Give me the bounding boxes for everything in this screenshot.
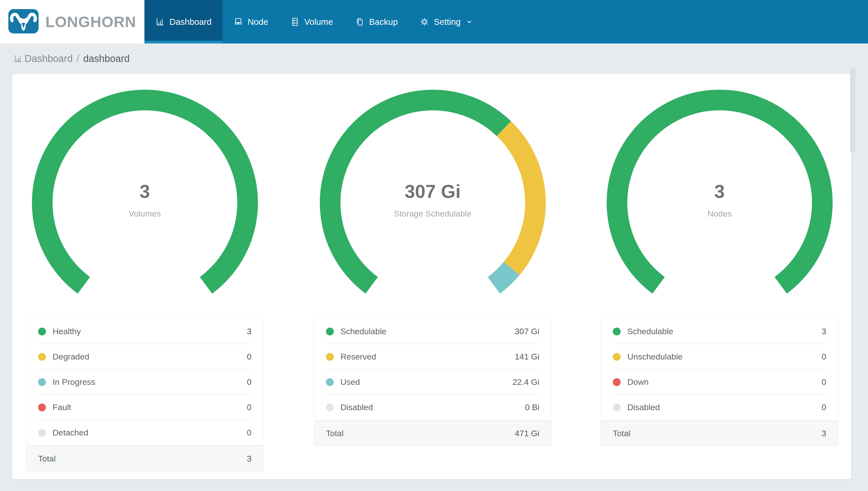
total-label: Total [326,429,344,438]
legend-label: Disabled [340,403,373,412]
legend-label: Disabled [627,403,660,412]
legend-dot [326,327,334,336]
gear-icon [420,17,429,27]
chevron-down-icon [466,18,473,26]
storage-gauge [320,90,546,316]
legend-value: 22.4 Gi [513,377,539,387]
nav-item-label: Node [248,17,268,27]
logo-text: LONGHORN [45,13,136,30]
storage-segment-used [494,269,512,285]
legend-dot [38,404,46,411]
nav-item-dashboard[interactable]: Dashboard [145,0,222,44]
storage-segment-schedulable [330,100,504,285]
nav-item-label: Dashboard [169,17,212,27]
legend-total-row: Total471 Gi [314,420,551,446]
legend-value: 0 [247,377,251,387]
bar-chart-icon [14,54,23,63]
legend-label: Healthy [53,326,81,336]
gauge-wrap: 3 Nodes [607,90,833,316]
legend-row-unschedulable: Unschedulable0 [601,344,838,369]
volumes-legend-table: Healthy3Degraded0In Progress0Fault0Detac… [26,318,264,471]
legend-label: Fault [53,403,71,412]
legend-total-row: Total3 [26,445,263,471]
legend-value: 0 [822,403,826,412]
legend-value: 0 [247,352,251,362]
legend-value: 307 Gi [515,326,539,336]
nav-menu: DashboardNodeVolumeBackupSetting [145,0,484,44]
nav-item-volume[interactable]: Volume [279,0,344,44]
legend-total-row: Total3 [601,420,838,446]
legend-label: Down [627,377,649,387]
laptop-icon [234,17,243,27]
nav-item-node[interactable]: Node [222,0,279,44]
legend-label: Used [340,377,360,387]
total-label: Total [38,454,56,463]
chart-column-nodes: 3 Nodes Schedulable3Unschedulable0Down0D… [601,74,838,446]
breadcrumb-current-page: dashboard [83,53,130,64]
legend-value: 0 Bi [525,403,539,412]
legend-dot [613,327,621,336]
legend-row-degraded: Degraded0 [26,344,263,369]
gauge-wrap: 3 Volumes [32,90,258,316]
legend-label: Schedulable [340,326,386,336]
legend-row-disabled: Disabled0 [601,395,838,420]
legend-row-schedulable: Schedulable3 [601,319,838,344]
chart-column-volumes: 3 Volumes Healthy3Degraded0In Progress0F… [26,74,264,471]
nav-item-backup[interactable]: Backup [344,0,409,44]
legend-label: In Progress [53,377,95,387]
nav-item-setting[interactable]: Setting [409,0,484,44]
legend-label: Schedulable [627,326,673,336]
legend-row-detached: Detached0 [26,420,263,445]
nodes-legend-table: Schedulable3Unschedulable0Down0Disabled0… [601,318,838,446]
legend-label: Detached [53,428,88,437]
breadcrumb-dashboard-link[interactable]: Dashboard [25,53,73,64]
legend-value: 3 [822,326,826,336]
legend-value: 141 Gi [515,352,539,362]
legend-label: Degraded [53,352,89,362]
legend-dot [613,404,621,411]
storage-legend-table: Schedulable307 GiReserved141 GiUsed22.4 … [314,318,551,446]
legend-dot [613,378,621,386]
top-navbar: LONGHORN DashboardNodeVolumeBackupSettin… [0,0,868,44]
legend-dot [38,378,46,386]
total-label: Total [613,429,630,438]
total-value: 3 [822,429,826,438]
breadcrumb: Dashboard / dashboard [0,44,130,74]
nav-item-label: Setting [434,17,461,27]
legend-label: Reserved [340,352,376,362]
legend-row-healthy: Healthy3 [26,319,263,344]
legend-row-reserved: Reserved141 Gi [314,344,551,369]
breadcrumb-separator: / [76,53,79,64]
nav-item-label: Volume [304,17,333,27]
scrollbar-thumb[interactable] [850,68,856,153]
legend-dot [326,404,334,411]
legend-row-down: Down0 [601,369,838,395]
legend-value: 0 [247,428,251,437]
legend-row-schedulable: Schedulable307 Gi [314,319,551,344]
copy-icon [355,17,365,27]
legend-dot [326,378,334,386]
volumes-gauge [32,90,258,316]
legend-label: Unschedulable [627,352,683,362]
legend-dot [38,327,46,336]
legend-dot [38,429,46,437]
nodes-segment-schedulable [617,100,822,285]
legend-value: 3 [247,326,251,336]
legend-dot [326,353,334,361]
legend-dot [613,353,621,361]
gauge-wrap: 307 Gi Storage Schedulable [320,90,546,316]
nav-item-label: Backup [369,17,398,27]
volumes-segment-healthy [42,100,247,285]
logo[interactable]: LONGHORN [0,0,145,44]
legend-value: 0 [822,377,826,387]
legend-row-in-progress: In Progress0 [26,369,263,395]
server-icon [290,17,300,27]
bar-chart-icon [155,17,165,27]
legend-value: 0 [247,403,251,412]
storage-segment-reserved [504,128,535,269]
legend-row-disabled: Disabled0 Bi [314,395,551,420]
legend-row-used: Used22.4 Gi [314,369,551,395]
chart-column-storage: 307 Gi Storage Schedulable Schedulable30… [314,74,551,446]
total-value: 3 [247,454,251,463]
legend-dot [38,353,46,361]
